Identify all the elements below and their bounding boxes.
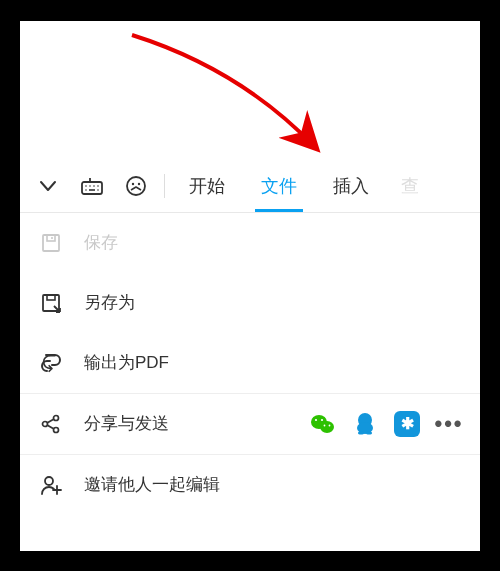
svg-point-2 bbox=[85, 185, 87, 187]
red-arrow-annotation bbox=[120, 29, 350, 169]
assistant-button[interactable] bbox=[114, 160, 158, 212]
svg-line-20 bbox=[47, 419, 54, 423]
menu-save: 保存 bbox=[20, 213, 480, 273]
more-icon[interactable]: ••• bbox=[436, 411, 462, 437]
menu-share-label: 分享与发送 bbox=[84, 412, 169, 435]
keyboard-icon bbox=[80, 176, 104, 196]
save-icon bbox=[38, 230, 64, 256]
svg-rect-0 bbox=[82, 182, 102, 194]
menu-save-as[interactable]: 另存为 bbox=[20, 273, 480, 333]
svg-point-3 bbox=[89, 185, 91, 187]
menu-invite-label: 邀请他人一起编辑 bbox=[84, 473, 220, 496]
svg-rect-16 bbox=[47, 295, 55, 300]
menu-save-label: 保存 bbox=[84, 231, 118, 254]
svg-rect-12 bbox=[43, 235, 59, 251]
svg-point-32 bbox=[45, 477, 53, 485]
qq-icon[interactable] bbox=[352, 411, 378, 437]
svg-point-26 bbox=[324, 424, 326, 426]
svg-point-11 bbox=[138, 183, 140, 185]
menu-invite[interactable]: 邀请他人一起编辑 bbox=[20, 455, 480, 515]
svg-point-27 bbox=[329, 424, 331, 426]
share-icon bbox=[38, 411, 64, 437]
collapse-button[interactable] bbox=[26, 160, 70, 212]
tab-cutoff[interactable]: 查 bbox=[387, 160, 425, 212]
svg-point-9 bbox=[127, 177, 145, 195]
svg-point-10 bbox=[132, 183, 134, 185]
pdf-icon bbox=[38, 350, 64, 376]
svg-line-21 bbox=[47, 425, 54, 429]
svg-point-5 bbox=[97, 185, 99, 187]
file-menu: 保存 另存为 输出为PDF 分享与发送 bbox=[20, 213, 480, 515]
keyboard-button[interactable] bbox=[70, 160, 114, 212]
menu-export-pdf-label: 输出为PDF bbox=[84, 351, 169, 374]
menu-share[interactable]: 分享与发送 ✱ ••• bbox=[20, 394, 480, 454]
tab-insert[interactable]: 插入 bbox=[315, 160, 387, 212]
assistant-icon bbox=[125, 175, 147, 197]
tab-start[interactable]: 开始 bbox=[171, 160, 243, 212]
svg-point-4 bbox=[93, 185, 95, 187]
wechat-icon[interactable] bbox=[310, 411, 336, 437]
tab-file[interactable]: 文件 bbox=[243, 160, 315, 212]
svg-point-7 bbox=[97, 189, 99, 191]
tab-bar: 开始 文件 插入 查 bbox=[20, 161, 480, 213]
invite-icon bbox=[38, 472, 64, 498]
svg-point-23 bbox=[320, 421, 334, 433]
share-targets: ✱ ••• bbox=[310, 411, 462, 437]
svg-point-6 bbox=[85, 189, 87, 191]
menu-export-pdf[interactable]: 输出为PDF bbox=[20, 333, 480, 393]
menu-save-as-label: 另存为 bbox=[84, 291, 135, 314]
toolbar-divider bbox=[164, 174, 165, 198]
svg-point-24 bbox=[315, 418, 317, 420]
star-app-icon[interactable]: ✱ bbox=[394, 411, 420, 437]
save-as-icon bbox=[38, 290, 64, 316]
annotation-area bbox=[20, 21, 480, 161]
app-frame: 开始 文件 插入 查 保存 另存为 输出为PDF bbox=[20, 21, 480, 551]
svg-point-30 bbox=[358, 431, 364, 434]
svg-point-31 bbox=[366, 431, 372, 434]
chevron-down-icon bbox=[38, 176, 58, 196]
svg-point-25 bbox=[321, 418, 323, 420]
